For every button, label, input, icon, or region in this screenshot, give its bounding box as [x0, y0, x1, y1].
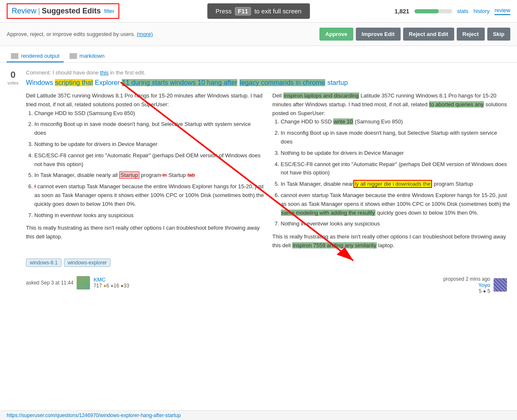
title-scripting-hl: scripting that — [55, 79, 93, 86]
view-tabs: rendered output markdown — [0, 46, 517, 63]
filter-link[interactable]: filter — [104, 8, 115, 14]
tag-explorer[interactable]: windows-explorer — [64, 259, 111, 267]
proposer-name[interactable]: Yoyo — [443, 282, 490, 288]
list-item: In msconfig Boot up in save mode doesn't… — [281, 129, 511, 146]
review-header: Review | Suggested Edits filter — [7, 3, 119, 19]
list-item: Change HDD to SSD (Samsung Evo 850) — [34, 109, 264, 118]
edited-footer: This is really frustrating as there isn'… — [273, 233, 511, 250]
f11-notice: Press F11 to exit full screen — [207, 3, 310, 19]
action-bar: Approve, reject, or improve edits sugges… — [0, 23, 517, 46]
suggested-edits-label: Suggested Edits — [42, 7, 101, 15]
inspiron-hl: inspiron laptops and discarding — [283, 92, 359, 99]
diff-container: Dell Latitude 357C running Windows 8.1 P… — [26, 92, 510, 250]
tab-rendered-output[interactable]: rendered output — [7, 50, 64, 62]
edited-list: Change HDD to SSD write 10 (Samsung Evo … — [273, 118, 511, 228]
list-item: ESC/ESC-F8 cannot get into "Automatic Re… — [34, 151, 264, 169]
asker-rep: 717 ●6 ●16 ●33 — [93, 283, 129, 289]
markdown-icon — [69, 53, 77, 59]
progress-bar-fill — [414, 9, 439, 13]
asker-avatar — [77, 276, 90, 289]
modeling-hl: same modeling with adding the resultly — [281, 210, 376, 216]
footer-info: asked Sep 3 at 11:44 KMC 717 ●6 ●16 ●33 — [26, 272, 510, 294]
tags-row: windows-8.1 windows-explorer — [26, 259, 510, 267]
vote-label: votes — [7, 80, 19, 85]
action-text: Approve, reject, or improve edits sugges… — [7, 31, 319, 37]
inspiron7559-hl: inspiron 7559 anding any similarity — [292, 242, 376, 248]
action-buttons: Approve Improve Edit Reject and Edit Rej… — [319, 28, 510, 41]
history-link[interactable]: history — [473, 8, 489, 14]
asked-date-text: asked Sep 3 at 11:44 — [26, 280, 73, 286]
more-link[interactable]: (more) — [137, 31, 153, 37]
approve-button[interactable]: Approve — [319, 28, 353, 41]
asker-name[interactable]: KMC — [93, 277, 129, 283]
list-item: I cannot even startup Task Manager becau… — [34, 182, 264, 208]
list-item: In Task Manager, disable nearly all Star… — [34, 171, 264, 180]
list-item: Nothing in eventvwr looks any suspicious — [34, 211, 264, 220]
original-col: Dell Latitude 357C running Windows 8.1 P… — [26, 92, 264, 250]
vandalism-hl: ly all nigger die i downloads the — [353, 180, 432, 188]
proposer-info: proposed 2 mins ago Yoyo 5 ● 5 — [443, 276, 510, 294]
list-item: Nothing in eventvwr looks any suspicious — [281, 220, 511, 228]
list-item: Nothing to be update for drivers in Devi… — [34, 140, 264, 149]
right-stats: 1,821 stats history review — [395, 7, 510, 15]
original-body: Dell Latitude 357C running Windows 8.1 P… — [26, 92, 264, 109]
vote-number: 0 — [7, 69, 19, 80]
list-item: ESC/ESC-F8 cannot get into "Automatic Re… — [281, 160, 511, 178]
comment-line: Comment: I should have done this in the … — [26, 69, 510, 76]
original-footer: This is really frustrating as there isn'… — [26, 224, 264, 241]
edited-body: Dell inspiron laptops and discarding Lat… — [273, 92, 511, 118]
strikethrough-in: in — [161, 172, 167, 178]
strikethrough-tab: tab — [188, 172, 195, 178]
stats-link[interactable]: stats — [457, 8, 468, 14]
pipe: | — [38, 7, 40, 15]
tag-windows[interactable]: windows-8.1 — [26, 259, 62, 267]
question-title: Windows scripting that Explorer 11 durin… — [26, 79, 510, 87]
title-11-hl: 11 during starts windows 10 hang after — [122, 79, 238, 86]
title-legacy-hl: legacy commands in chrome — [239, 79, 326, 86]
startup-hl: Startup — [119, 172, 139, 179]
progress-bar — [414, 9, 452, 13]
edited-col: Dell inspiron laptops and discarding Lat… — [273, 92, 511, 250]
strikethrough-i: I — [34, 183, 36, 190]
write10-hl: write 10 — [333, 118, 353, 125]
vote-count: 0 votes — [7, 69, 19, 85]
review-tab[interactable]: review — [494, 7, 510, 15]
proposer-avatar — [494, 278, 507, 292]
tab-markdown[interactable]: markdown — [65, 50, 109, 62]
list-item: Change HDD to SSD write 10 (Samsung Evo … — [281, 118, 511, 126]
rendered-icon — [11, 53, 18, 59]
list-item: In Task Manager, disable nearly all nigg… — [281, 180, 511, 189]
reject-and-edit-button[interactable]: Reject and Edit — [403, 28, 454, 41]
list-item: In msconfig Boot up in save mode doesn't… — [34, 120, 264, 138]
proposed-time: proposed 2 mins ago — [443, 276, 490, 282]
review-label[interactable]: Review — [12, 7, 36, 15]
main-content: 0 votes Comment: I should have done this… — [0, 63, 517, 305]
reject-button[interactable]: Reject — [457, 28, 485, 41]
improve-edit-button[interactable]: Improve Edit — [356, 28, 401, 41]
f11-key: F11 — [235, 7, 251, 15]
proposer-rep: 5 ● 5 — [443, 288, 490, 294]
aborted-hl: to aborted queries any — [429, 101, 484, 108]
list-item: cannot even startup Task Manager because… — [281, 191, 511, 217]
original-list: Change HDD to SSD (Samsung Evo 850) In m… — [26, 109, 264, 220]
skip-button[interactable]: Skip — [487, 28, 510, 41]
list-item: Nothing to be update for drivers in Devi… — [281, 149, 511, 158]
top-bar: Review | Suggested Edits filter Press F1… — [0, 0, 517, 23]
review-count: 1,821 — [395, 8, 409, 15]
asker-info: asked Sep 3 at 11:44 KMC 717 ●6 ●16 ●33 — [26, 276, 129, 289]
vote-area: 0 votes Comment: I should have done this… — [7, 69, 510, 294]
comment-this-link[interactable]: this — [100, 69, 108, 76]
